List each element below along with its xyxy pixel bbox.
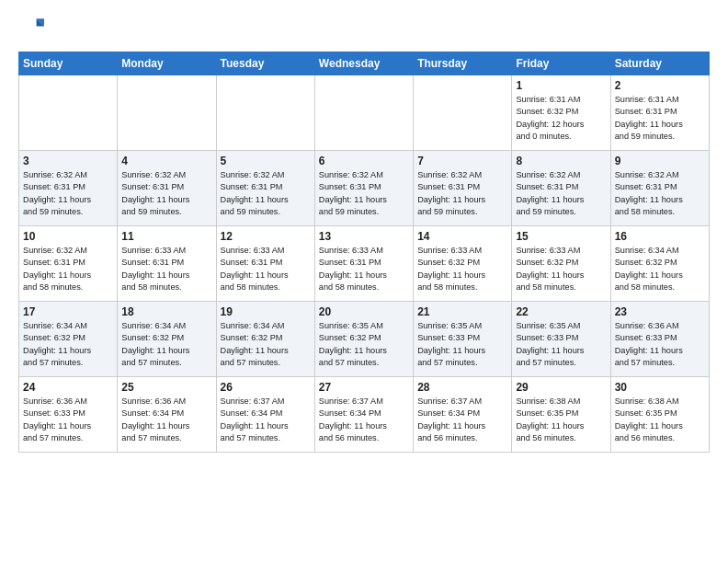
- day-cell-25: 25Sunrise: 6:36 AMSunset: 6:34 PMDayligh…: [118, 377, 216, 453]
- day-number: 20: [319, 305, 409, 318]
- day-info: Sunrise: 6:38 AMSunset: 6:35 PMDaylight:…: [516, 396, 606, 444]
- weekday-header-saturday: Saturday: [610, 52, 709, 75]
- day-cell-3: 3Sunrise: 6:32 AMSunset: 6:31 PMDaylight…: [19, 151, 118, 226]
- day-info: Sunrise: 6:35 AMSunset: 6:33 PMDaylight:…: [516, 320, 606, 369]
- empty-cell: [118, 75, 216, 151]
- day-number: 9: [615, 155, 705, 167]
- day-info: Sunrise: 6:37 AMSunset: 6:34 PMDaylight:…: [417, 396, 507, 444]
- calendar-table: SundayMondayTuesdayWednesdayThursdayFrid…: [18, 52, 710, 453]
- day-info: Sunrise: 6:35 AMSunset: 6:32 PMDaylight:…: [319, 320, 409, 369]
- day-cell-6: 6Sunrise: 6:32 AMSunset: 6:31 PMDaylight…: [314, 151, 413, 226]
- day-info: Sunrise: 6:33 AMSunset: 6:32 PMDaylight:…: [417, 245, 507, 293]
- day-info: Sunrise: 6:35 AMSunset: 6:33 PMDaylight:…: [417, 320, 507, 369]
- day-cell-19: 19Sunrise: 6:34 AMSunset: 6:32 PMDayligh…: [216, 302, 314, 377]
- day-cell-20: 20Sunrise: 6:35 AMSunset: 6:32 PMDayligh…: [314, 302, 413, 377]
- day-cell-7: 7Sunrise: 6:32 AMSunset: 6:31 PMDaylight…: [414, 151, 512, 226]
- day-number: 21: [417, 305, 507, 318]
- day-number: 2: [615, 79, 705, 92]
- day-cell-5: 5Sunrise: 6:32 AMSunset: 6:31 PMDaylight…: [216, 151, 314, 226]
- empty-cell: [414, 75, 512, 151]
- day-cell-22: 22Sunrise: 6:35 AMSunset: 6:33 PMDayligh…: [512, 302, 610, 377]
- logo-icon: [18, 15, 44, 40]
- day-number: 27: [319, 381, 409, 394]
- week-row-5: 24Sunrise: 6:36 AMSunset: 6:33 PMDayligh…: [19, 377, 710, 453]
- weekday-header-tuesday: Tuesday: [216, 52, 314, 75]
- day-number: 17: [23, 305, 113, 318]
- day-cell-28: 28Sunrise: 6:37 AMSunset: 6:34 PMDayligh…: [414, 377, 512, 453]
- weekday-header-sunday: Sunday: [19, 52, 118, 75]
- day-info: Sunrise: 6:34 AMSunset: 6:32 PMDaylight:…: [23, 320, 113, 369]
- day-number: 12: [221, 230, 311, 243]
- logo: [18, 15, 48, 40]
- day-cell-15: 15Sunrise: 6:33 AMSunset: 6:32 PMDayligh…: [512, 226, 610, 302]
- day-number: 28: [417, 381, 507, 394]
- weekday-header-friday: Friday: [512, 52, 610, 75]
- day-cell-11: 11Sunrise: 6:33 AMSunset: 6:31 PMDayligh…: [118, 226, 216, 302]
- weekday-header-thursday: Thursday: [414, 52, 512, 75]
- header: [18, 15, 710, 40]
- day-info: Sunrise: 6:32 AMSunset: 6:31 PMDaylight:…: [23, 169, 113, 218]
- day-info: Sunrise: 6:37 AMSunset: 6:34 PMDaylight:…: [221, 396, 311, 444]
- day-info: Sunrise: 6:33 AMSunset: 6:31 PMDaylight:…: [121, 245, 211, 293]
- day-cell-23: 23Sunrise: 6:36 AMSunset: 6:33 PMDayligh…: [610, 302, 709, 377]
- day-info: Sunrise: 6:31 AMSunset: 6:32 PMDaylight:…: [516, 94, 606, 143]
- day-cell-2: 2Sunrise: 6:31 AMSunset: 6:31 PMDaylight…: [610, 75, 709, 151]
- day-cell-9: 9Sunrise: 6:32 AMSunset: 6:31 PMDaylight…: [610, 151, 709, 226]
- day-cell-26: 26Sunrise: 6:37 AMSunset: 6:34 PMDayligh…: [216, 377, 314, 453]
- day-number: 5: [221, 155, 311, 167]
- day-number: 30: [615, 381, 705, 394]
- day-info: Sunrise: 6:33 AMSunset: 6:31 PMDaylight:…: [221, 245, 311, 293]
- day-cell-16: 16Sunrise: 6:34 AMSunset: 6:32 PMDayligh…: [610, 226, 709, 302]
- day-number: 15: [516, 230, 606, 243]
- day-info: Sunrise: 6:32 AMSunset: 6:31 PMDaylight:…: [121, 169, 211, 218]
- day-cell-4: 4Sunrise: 6:32 AMSunset: 6:31 PMDaylight…: [118, 151, 216, 226]
- day-info: Sunrise: 6:34 AMSunset: 6:32 PMDaylight:…: [615, 245, 705, 293]
- day-number: 23: [615, 305, 705, 318]
- day-number: 6: [319, 155, 409, 167]
- day-info: Sunrise: 6:37 AMSunset: 6:34 PMDaylight:…: [319, 396, 409, 444]
- day-info: Sunrise: 6:36 AMSunset: 6:33 PMDaylight:…: [23, 396, 113, 444]
- day-number: 25: [121, 381, 211, 394]
- day-number: 1: [516, 79, 606, 92]
- day-info: Sunrise: 6:32 AMSunset: 6:31 PMDaylight:…: [516, 169, 606, 218]
- weekday-header-wednesday: Wednesday: [314, 52, 413, 75]
- empty-cell: [19, 75, 118, 151]
- day-number: 29: [516, 381, 606, 394]
- day-cell-1: 1Sunrise: 6:31 AMSunset: 6:32 PMDaylight…: [512, 75, 610, 151]
- day-number: 7: [417, 155, 507, 167]
- day-number: 16: [615, 230, 705, 243]
- day-cell-27: 27Sunrise: 6:37 AMSunset: 6:34 PMDayligh…: [314, 377, 413, 453]
- day-number: 22: [516, 305, 606, 318]
- day-number: 11: [121, 230, 211, 243]
- page: SundayMondayTuesdayWednesdayThursdayFrid…: [0, 0, 728, 462]
- day-number: 13: [319, 230, 409, 243]
- empty-cell: [216, 75, 314, 151]
- empty-cell: [314, 75, 413, 151]
- day-number: 24: [23, 381, 113, 394]
- week-row-3: 10Sunrise: 6:32 AMSunset: 6:31 PMDayligh…: [19, 226, 710, 302]
- day-info: Sunrise: 6:32 AMSunset: 6:31 PMDaylight:…: [417, 169, 507, 218]
- day-number: 8: [516, 155, 606, 167]
- day-cell-12: 12Sunrise: 6:33 AMSunset: 6:31 PMDayligh…: [216, 226, 314, 302]
- day-info: Sunrise: 6:32 AMSunset: 6:31 PMDaylight:…: [615, 169, 705, 218]
- day-number: 19: [221, 305, 311, 318]
- day-info: Sunrise: 6:34 AMSunset: 6:32 PMDaylight:…: [221, 320, 311, 369]
- day-info: Sunrise: 6:36 AMSunset: 6:34 PMDaylight:…: [121, 396, 211, 444]
- day-number: 18: [121, 305, 211, 318]
- day-cell-30: 30Sunrise: 6:38 AMSunset: 6:35 PMDayligh…: [610, 377, 709, 453]
- day-cell-17: 17Sunrise: 6:34 AMSunset: 6:32 PMDayligh…: [19, 302, 118, 377]
- day-cell-29: 29Sunrise: 6:38 AMSunset: 6:35 PMDayligh…: [512, 377, 610, 453]
- day-info: Sunrise: 6:32 AMSunset: 6:31 PMDaylight:…: [221, 169, 311, 218]
- day-info: Sunrise: 6:33 AMSunset: 6:31 PMDaylight:…: [319, 245, 409, 293]
- day-info: Sunrise: 6:31 AMSunset: 6:31 PMDaylight:…: [615, 94, 705, 143]
- day-cell-8: 8Sunrise: 6:32 AMSunset: 6:31 PMDaylight…: [512, 151, 610, 226]
- day-info: Sunrise: 6:33 AMSunset: 6:32 PMDaylight:…: [516, 245, 606, 293]
- weekday-header-monday: Monday: [118, 52, 216, 75]
- week-row-2: 3Sunrise: 6:32 AMSunset: 6:31 PMDaylight…: [19, 151, 710, 226]
- day-info: Sunrise: 6:34 AMSunset: 6:32 PMDaylight:…: [121, 320, 211, 369]
- day-cell-10: 10Sunrise: 6:32 AMSunset: 6:31 PMDayligh…: [19, 226, 118, 302]
- day-cell-14: 14Sunrise: 6:33 AMSunset: 6:32 PMDayligh…: [414, 226, 512, 302]
- day-number: 10: [23, 230, 113, 243]
- day-number: 4: [121, 155, 211, 167]
- day-number: 3: [23, 155, 113, 167]
